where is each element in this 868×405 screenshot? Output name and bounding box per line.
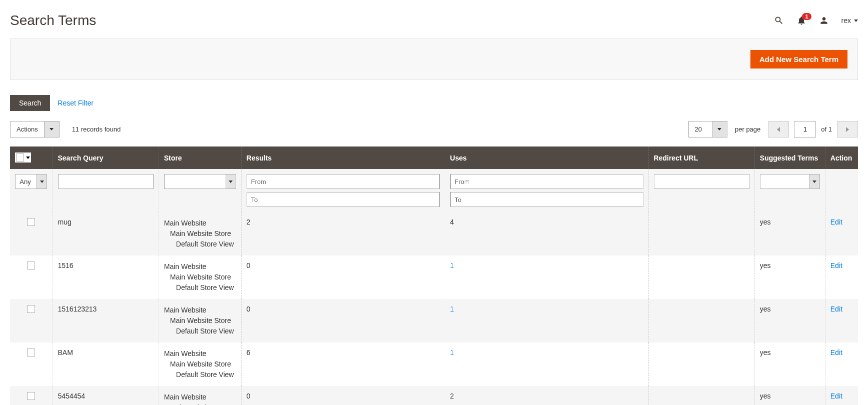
cell-uses: 1: [445, 256, 648, 299]
actions-arrow-icon: [44, 122, 59, 137]
cell-results: 0: [241, 386, 445, 405]
cell-store: Main WebsiteMain Website StoreDefault St…: [159, 386, 241, 405]
filter-results-to-input[interactable]: [247, 192, 440, 207]
table-row[interactable]: 1516Main WebsiteMain Website StoreDefaul…: [10, 256, 858, 299]
row-checkbox[interactable]: [27, 218, 35, 226]
cell-search-query: 5454454: [53, 386, 159, 405]
cell-uses: 1: [445, 299, 648, 342]
col-header-suggested-terms[interactable]: Suggested Terms: [754, 146, 825, 169]
edit-link[interactable]: Edit: [830, 392, 842, 400]
cell-suggested: yes: [754, 342, 825, 386]
cell-redirect: [648, 342, 754, 386]
row-checkbox[interactable]: [27, 305, 35, 313]
select-all-caret-icon: [26, 156, 30, 159]
cell-redirect: [648, 299, 754, 342]
prev-page-button[interactable]: [768, 121, 789, 138]
col-header-search-query[interactable]: Search Query: [53, 146, 159, 169]
table-row[interactable]: 1516123213Main WebsiteMain Website Store…: [10, 299, 858, 342]
cell-uses: 2: [445, 386, 648, 405]
filter-any-arrow-icon: [37, 174, 47, 188]
filter-suggested-arrow-icon: [809, 174, 819, 188]
reset-filter-link[interactable]: Reset Filter: [58, 99, 94, 107]
cell-uses: 4: [445, 212, 648, 256]
cell-store: Main WebsiteMain Website StoreDefault St…: [159, 256, 241, 299]
add-new-search-term-button[interactable]: Add New Search Term: [750, 50, 847, 68]
filter-store-select[interactable]: [164, 174, 236, 189]
edit-link[interactable]: Edit: [830, 348, 842, 356]
actions-label: Actions: [11, 126, 44, 133]
cell-results: 0: [241, 299, 445, 342]
table-row[interactable]: 5454454Main WebsiteMain Website StoreDef…: [10, 386, 858, 405]
row-checkbox[interactable]: [27, 262, 35, 270]
records-found-text: 11 records found: [72, 126, 121, 133]
username-label: rex: [841, 16, 851, 24]
next-page-button[interactable]: [837, 121, 858, 138]
col-header-action: Action: [825, 146, 858, 169]
filter-uses-to-input[interactable]: [450, 192, 643, 207]
filter-any-value: Any: [16, 178, 35, 186]
cell-search-query: 1516123213: [53, 299, 159, 342]
actions-dropdown[interactable]: Actions: [10, 121, 60, 138]
table-row[interactable]: BAMMain WebsiteMain Website StoreDefault…: [10, 342, 858, 386]
col-header-redirect-url[interactable]: Redirect URL: [648, 146, 754, 169]
per-page-value: 20: [689, 126, 712, 133]
search-button[interactable]: Search: [10, 95, 50, 111]
page-title: Search Terms: [10, 12, 96, 28]
cell-suggested: yes: [754, 256, 825, 299]
row-checkbox[interactable]: [27, 348, 35, 356]
table-row[interactable]: mugMain WebsiteMain Website StoreDefault…: [10, 212, 858, 256]
select-all-checkbox[interactable]: [16, 154, 24, 162]
filter-suggested-select[interactable]: [760, 174, 820, 189]
cell-search-query: BAM: [53, 342, 159, 386]
edit-link[interactable]: Edit: [830, 262, 842, 270]
filter-select-any[interactable]: Any: [15, 174, 47, 189]
cell-search-query: mug: [53, 212, 159, 256]
per-page-label: per page: [735, 126, 760, 133]
page-input[interactable]: [794, 121, 816, 138]
cell-search-query: 1516: [53, 256, 159, 299]
caret-down-icon: [854, 20, 858, 22]
cell-uses: 1: [445, 342, 648, 386]
user-icon[interactable]: [819, 16, 829, 26]
cell-results: 0: [241, 256, 445, 299]
col-header-store[interactable]: Store: [159, 146, 241, 169]
notifications-icon[interactable]: 1: [796, 16, 806, 26]
chevron-left-icon: [777, 127, 780, 132]
search-icon[interactable]: [774, 16, 784, 26]
col-header-select[interactable]: [10, 146, 53, 169]
cell-redirect: [648, 256, 754, 299]
edit-link[interactable]: Edit: [830, 218, 842, 226]
cell-redirect: [648, 386, 754, 405]
page-total-label: of 1: [821, 126, 832, 133]
cell-redirect: [648, 212, 754, 256]
edit-link[interactable]: Edit: [830, 305, 842, 313]
cell-store: Main WebsiteMain Website StoreDefault St…: [159, 212, 241, 256]
per-page-dropdown[interactable]: 20: [688, 121, 727, 138]
cell-suggested: yes: [754, 299, 825, 342]
col-header-uses[interactable]: Uses: [445, 146, 648, 169]
col-header-results[interactable]: Results: [241, 146, 445, 169]
cell-results: 6: [241, 342, 445, 386]
cell-store: Main WebsiteMain Website StoreDefault St…: [159, 342, 241, 386]
user-dropdown[interactable]: rex: [841, 16, 858, 24]
notification-badge: 1: [802, 13, 811, 20]
row-checkbox[interactable]: [27, 392, 35, 400]
chevron-right-icon: [846, 127, 849, 132]
filter-search-query-input[interactable]: [58, 174, 154, 189]
filter-store-arrow-icon: [226, 174, 236, 188]
cell-results: 2: [241, 212, 445, 256]
per-page-arrow-icon: [712, 122, 727, 137]
filter-results-from-input[interactable]: [247, 174, 440, 189]
filter-uses-from-input[interactable]: [450, 174, 643, 189]
cell-suggested: yes: [754, 386, 825, 405]
cell-store: Main WebsiteMain Website StoreDefault St…: [159, 299, 241, 342]
filter-redirect-url-input[interactable]: [654, 174, 749, 189]
cell-suggested: yes: [754, 212, 825, 256]
